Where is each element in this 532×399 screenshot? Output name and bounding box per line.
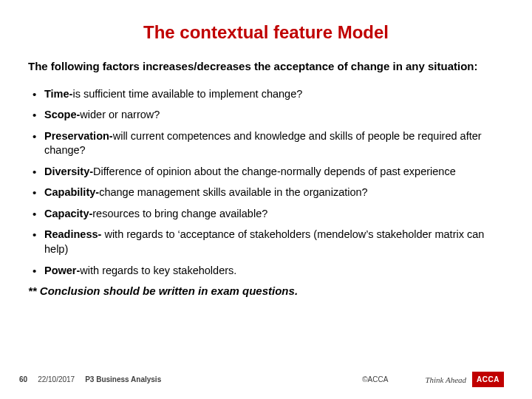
bullet-desc: wider or narrow?: [80, 109, 160, 120]
list-item: Diversity-Difference of opinion about th…: [28, 165, 504, 180]
bullet-desc: change management skills available in th…: [99, 186, 368, 198]
bullet-term: Power-: [44, 265, 80, 276]
page-number: 60: [19, 375, 27, 383]
list-item: Capability-change management skills avai…: [28, 185, 504, 200]
bullet-term: Capability-: [44, 186, 99, 198]
bullet-desc: is sufficient time available to implemen…: [72, 88, 302, 100]
acca-logo-badge: ACCA: [472, 372, 504, 387]
bullet-term: Capacity-: [44, 208, 92, 219]
intro-text: The following factors increases/decrease…: [28, 59, 504, 74]
bullet-list: Time-is sufficient time available to imp…: [28, 87, 504, 279]
list-item: Scope-wider or narrow?: [28, 108, 504, 123]
footer-course: P3 Business Analysis: [85, 375, 161, 383]
footer-date: 22/10/2017: [38, 375, 75, 383]
bullet-term: Preservation-: [44, 130, 113, 142]
conclusion-text: ** Conclusion should be written in exam …: [28, 284, 504, 297]
slide-title: The contextual feature Model: [28, 22, 504, 43]
list-item: Power-with regards to key stakeholders.: [28, 264, 504, 279]
think-ahead-tagline: Think Ahead: [425, 375, 466, 384]
footer: 60 22/10/2017 P3 Business Analysis ©ACCA…: [0, 372, 532, 387]
bullet-term: Readiness-: [44, 228, 101, 240]
footer-copyright: ©ACCA: [362, 375, 388, 383]
list-item: Preservation-will current competences an…: [28, 129, 504, 158]
bullet-desc: Difference of opinion about the change-n…: [93, 166, 456, 177]
bullet-desc: with regards to ‘acceptance of stakehold…: [44, 228, 484, 255]
bullet-desc: resources to bring change available?: [92, 208, 267, 219]
bullet-desc: with regards to key stakeholders.: [80, 265, 236, 276]
list-item: Readiness- with regards to ‘acceptance o…: [28, 228, 504, 256]
bullet-term: Scope-: [44, 109, 80, 120]
list-item: Capacity-resources to bring change avail…: [28, 207, 504, 222]
list-item: Time-is sufficient time available to imp…: [28, 87, 504, 102]
bullet-term: Time-: [44, 88, 72, 100]
slide: The contextual feature Model The followi…: [0, 0, 532, 399]
bullet-term: Diversity-: [44, 166, 93, 177]
